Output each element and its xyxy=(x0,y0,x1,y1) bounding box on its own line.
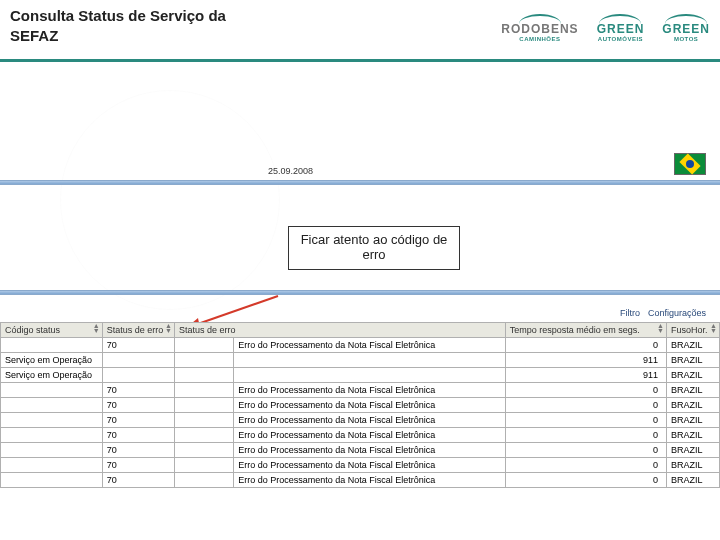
table-row[interactable]: 70Erro do Processamento da Nota Fiscal E… xyxy=(1,338,720,353)
brand-name: RODOBENS xyxy=(501,22,578,36)
cell-tempo: 0 xyxy=(505,473,666,488)
cell-status-erro: 70 xyxy=(102,413,174,428)
col-tempo[interactable]: Tempo resposta médio em segs.▲▼ xyxy=(505,323,666,338)
filter-link[interactable]: Filtro xyxy=(620,308,640,318)
cell-status-erro: 70 xyxy=(102,398,174,413)
sort-icon[interactable]: ▲▼ xyxy=(165,324,172,334)
page-title: Consulta Status de Serviço da SEFAZ xyxy=(10,6,270,45)
cell-erro-desc xyxy=(234,353,505,368)
table-toolbar: Filtro Configurações xyxy=(620,308,706,318)
cell-codigo-status xyxy=(1,428,103,443)
cell-spacer xyxy=(174,413,233,428)
cell-fuso: BRAZIL xyxy=(666,458,719,473)
cell-status-erro xyxy=(102,353,174,368)
brand-sub: AUTOMÓVEIS xyxy=(598,36,643,42)
table-row[interactable]: 70Erro do Processamento da Nota Fiscal E… xyxy=(1,473,720,488)
cell-codigo-status xyxy=(1,398,103,413)
cell-erro-desc: Erro do Processamento da Nota Fiscal Ele… xyxy=(234,398,505,413)
cell-spacer xyxy=(174,398,233,413)
brand-logo: GREENMOTOS xyxy=(662,14,710,42)
date-label: 25.09.2008 xyxy=(268,166,313,176)
cell-erro-desc: Erro do Processamento da Nota Fiscal Ele… xyxy=(234,413,505,428)
cell-spacer xyxy=(174,443,233,458)
header: Consulta Status de Serviço da SEFAZ RODO… xyxy=(0,0,720,62)
status-table: Código status▲▼ Status de erro▲▼ Status … xyxy=(0,322,720,488)
cell-spacer xyxy=(174,473,233,488)
brazil-flag-icon xyxy=(674,153,706,175)
cell-erro-desc xyxy=(234,368,505,383)
col-status-erro[interactable]: Status de erro▲▼ xyxy=(102,323,174,338)
cell-fuso: BRAZIL xyxy=(666,398,719,413)
table-row[interactable]: 70Erro do Processamento da Nota Fiscal E… xyxy=(1,398,720,413)
config-link[interactable]: Configurações xyxy=(648,308,706,318)
cell-erro-desc: Erro do Processamento da Nota Fiscal Ele… xyxy=(234,473,505,488)
cell-spacer xyxy=(174,428,233,443)
cell-codigo-status xyxy=(1,383,103,398)
cell-tempo: 911 xyxy=(505,353,666,368)
status-table-wrap: Código status▲▼ Status de erro▲▼ Status … xyxy=(0,322,720,540)
table-row[interactable]: Serviço em Operação911BRAZIL xyxy=(1,368,720,383)
table-row[interactable]: 70Erro do Processamento da Nota Fiscal E… xyxy=(1,413,720,428)
cell-status-erro: 70 xyxy=(102,338,174,353)
cell-status-erro: 70 xyxy=(102,383,174,398)
cell-tempo: 0 xyxy=(505,428,666,443)
brand-logo: RODOBENSCAMINHÕES xyxy=(501,14,578,42)
cell-codigo-status: Serviço em Operação xyxy=(1,368,103,383)
brand-sub: MOTOS xyxy=(674,36,698,42)
cell-tempo: 0 xyxy=(505,413,666,428)
cell-fuso: BRAZIL xyxy=(666,353,719,368)
logo-group: RODOBENSCAMINHÕESGREENAUTOMÓVEISGREENMOT… xyxy=(501,14,710,42)
cell-erro-desc: Erro do Processamento da Nota Fiscal Ele… xyxy=(234,383,505,398)
cell-fuso: BRAZIL xyxy=(666,428,719,443)
cell-erro-desc: Erro do Processamento da Nota Fiscal Ele… xyxy=(234,443,505,458)
cell-status-erro: 70 xyxy=(102,428,174,443)
separator-bar xyxy=(0,290,720,295)
sort-icon[interactable]: ▲▼ xyxy=(657,324,664,334)
cell-spacer xyxy=(174,368,233,383)
cell-tempo: 0 xyxy=(505,458,666,473)
cell-fuso: BRAZIL xyxy=(666,413,719,428)
cell-codigo-status xyxy=(1,338,103,353)
table-row[interactable]: 70Erro do Processamento da Nota Fiscal E… xyxy=(1,428,720,443)
cell-fuso: BRAZIL xyxy=(666,443,719,458)
col-codigo-status[interactable]: Código status▲▼ xyxy=(1,323,103,338)
col-status-erro-desc[interactable]: Status de erro xyxy=(174,323,505,338)
cell-fuso: BRAZIL xyxy=(666,338,719,353)
cell-codigo-status xyxy=(1,458,103,473)
cell-fuso: BRAZIL xyxy=(666,368,719,383)
brand-name: GREEN xyxy=(597,22,645,36)
cell-tempo: 0 xyxy=(505,443,666,458)
cell-fuso: BRAZIL xyxy=(666,473,719,488)
table-row[interactable]: 70Erro do Processamento da Nota Fiscal E… xyxy=(1,443,720,458)
cell-codigo-status xyxy=(1,413,103,428)
sort-icon[interactable]: ▲▼ xyxy=(93,324,100,334)
cell-erro-desc: Erro do Processamento da Nota Fiscal Ele… xyxy=(234,458,505,473)
col-fuso[interactable]: FusoHor.▲▼ xyxy=(666,323,719,338)
cell-tempo: 0 xyxy=(505,338,666,353)
cell-spacer xyxy=(174,383,233,398)
cell-tempo: 0 xyxy=(505,398,666,413)
cell-tempo: 911 xyxy=(505,368,666,383)
decorative-watermark xyxy=(60,90,280,310)
cell-spacer xyxy=(174,353,233,368)
brand-sub: CAMINHÕES xyxy=(519,36,560,42)
cell-codigo-status xyxy=(1,473,103,488)
cell-codigo-status: Serviço em Operação xyxy=(1,353,103,368)
cell-spacer xyxy=(174,458,233,473)
table-row[interactable]: 70Erro do Processamento da Nota Fiscal E… xyxy=(1,383,720,398)
table-row[interactable]: 70Erro do Processamento da Nota Fiscal E… xyxy=(1,458,720,473)
cell-erro-desc: Erro do Processamento da Nota Fiscal Ele… xyxy=(234,428,505,443)
cell-status-erro xyxy=(102,368,174,383)
cell-tempo: 0 xyxy=(505,383,666,398)
cell-status-erro: 70 xyxy=(102,458,174,473)
table-header-row: Código status▲▼ Status de erro▲▼ Status … xyxy=(1,323,720,338)
callout-box: Ficar atento ao código de erro xyxy=(288,226,460,270)
cell-status-erro: 70 xyxy=(102,443,174,458)
cell-fuso: BRAZIL xyxy=(666,383,719,398)
cell-codigo-status xyxy=(1,443,103,458)
table-row[interactable]: Serviço em Operação911BRAZIL xyxy=(1,353,720,368)
brand-logo: GREENAUTOMÓVEIS xyxy=(597,14,645,42)
cell-erro-desc: Erro do Processamento da Nota Fiscal Ele… xyxy=(234,338,505,353)
sort-icon[interactable]: ▲▼ xyxy=(710,324,717,334)
cell-spacer xyxy=(174,338,233,353)
